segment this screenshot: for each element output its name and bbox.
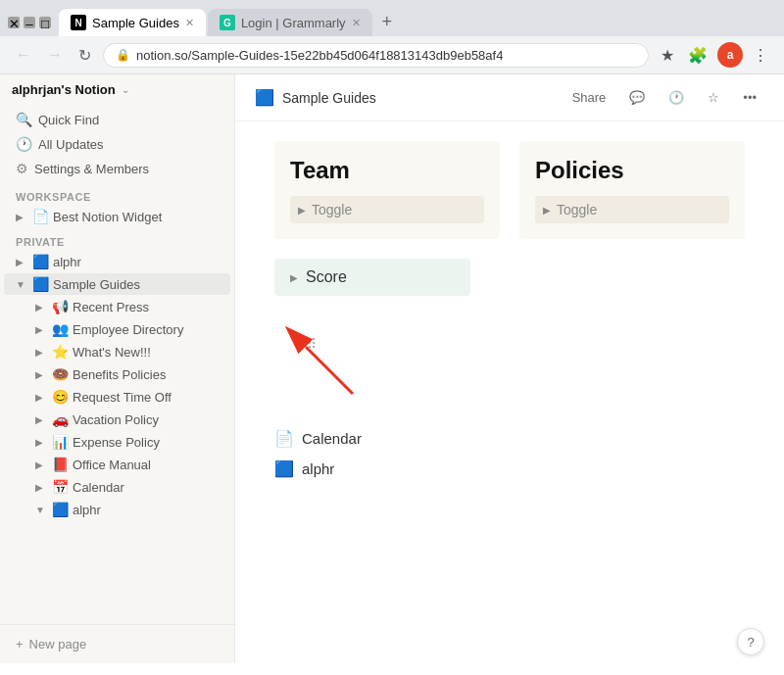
tree-item-vacation-policy[interactable]: ▶ 🚗 Vacation Policy xyxy=(4,409,230,430)
tree-item-expense-policy[interactable]: ▶ 📊 Expense Policy xyxy=(4,431,230,453)
browser-actions: ★ 🧩 a ⋮ xyxy=(657,42,772,68)
help-button[interactable]: ? xyxy=(737,628,764,655)
tree-item-calendar[interactable]: ▶ 📅 Calendar xyxy=(4,476,230,498)
tab-label-grammarly: Login | Grammarly xyxy=(241,16,346,30)
tree-item-recent-press[interactable]: ▶ 📢 Recent Press xyxy=(4,296,230,317)
linked-item-calendar[interactable]: 📄 Calendar xyxy=(274,423,745,454)
window-controls: ✕ – □ xyxy=(8,17,51,28)
sidebar-footer: + New page xyxy=(0,624,234,663)
linked-item-alphr-label: alphr xyxy=(302,460,334,477)
workspace-section-label: WORKSPACE xyxy=(0,183,234,205)
tree-item-label-recent-press: Recent Press xyxy=(73,300,222,314)
tree-item-sample-guides[interactable]: ▼ 🟦 Sample Guides xyxy=(4,273,230,295)
comments-button[interactable]: 💬 xyxy=(621,86,653,109)
linked-items: 📄 Calendar 🟦 alphr xyxy=(274,423,745,484)
browser-tabs: N Sample Guides ✕ G Login | Grammarly ✕ … xyxy=(59,8,776,36)
sidebar-item-settings[interactable]: ⚙ Settings & Members xyxy=(4,157,230,180)
bookmark-button[interactable]: ★ xyxy=(657,44,678,67)
expand-arrow-alphr: ▶ xyxy=(16,257,27,267)
score-block[interactable]: ▶ Score xyxy=(274,259,470,296)
back-button[interactable]: ← xyxy=(12,44,35,66)
team-card: Team ▶ Toggle xyxy=(274,141,500,239)
tree-item-benefits-policies[interactable]: ▶ 🍩 Benefits Policies xyxy=(4,363,230,385)
tree-item-label-sample-guides: Sample Guides xyxy=(53,277,222,292)
policies-toggle-arrow-icon: ▶ xyxy=(543,205,551,216)
sidebar-item-label-all-updates: All Updates xyxy=(38,137,219,152)
linked-item-alphr-icon: 🟦 xyxy=(274,459,294,478)
expand-arrow-vacation-policy: ▶ xyxy=(35,414,47,425)
team-toggle-arrow-icon: ▶ xyxy=(298,205,306,216)
policies-title: Policies xyxy=(535,157,729,184)
workspace-header[interactable]: alphrjan's Notion ⌄ xyxy=(0,74,234,105)
sidebar-item-label-settings: Settings & Members xyxy=(34,162,219,176)
tab-grammarly[interactable]: G Login | Grammarly ✕ xyxy=(208,9,372,36)
workspace-chevron-icon: ⌄ xyxy=(122,84,129,95)
tree-item-office-manual[interactable]: ▶ 📕 Office Manual xyxy=(4,454,230,475)
svg-line-1 xyxy=(306,347,353,394)
new-page-button[interactable]: + New page xyxy=(12,633,222,655)
columns-layout: Team ▶ Toggle Policies ▶ Toggle xyxy=(274,141,745,239)
tree-item-alphr[interactable]: ▶ 🟦 alphr xyxy=(4,251,230,272)
sidebar-item-all-updates[interactable]: 🕐 All Updates xyxy=(4,132,230,156)
page-icon-alphr-sub: 🟦 xyxy=(51,502,69,517)
linked-item-alphr[interactable]: 🟦 alphr xyxy=(274,454,745,484)
sidebar-item-quick-find[interactable]: 🔍 Quick Find xyxy=(4,108,230,131)
more-options-button[interactable]: ••• xyxy=(735,86,764,109)
page-icon-vacation-policy: 🚗 xyxy=(51,411,69,427)
expand-arrow-recent-press: ▶ xyxy=(35,302,47,313)
team-toggle[interactable]: ▶ Toggle xyxy=(290,196,484,223)
minimize-window-button[interactable]: – xyxy=(24,17,35,28)
new-tab-button[interactable]: + xyxy=(374,8,401,36)
expand-arrow-request-time-off: ▶ xyxy=(35,392,47,403)
tree-item-label-alphr: alphr xyxy=(53,255,222,269)
tree-item-best-notion[interactable]: ▶ 📄 Best Notion Widget xyxy=(4,206,230,227)
expand-arrow-whats-new: ▶ xyxy=(35,347,47,358)
close-window-button[interactable]: ✕ xyxy=(8,17,20,28)
history-button[interactable]: 🕐 xyxy=(661,86,692,109)
expand-arrow-calendar: ▶ xyxy=(35,482,47,493)
policies-toggle-text: Toggle xyxy=(557,202,597,217)
page-icon-recent-press: 📢 xyxy=(51,299,69,314)
favorite-button[interactable]: ☆ xyxy=(700,86,727,109)
team-toggle-text: Toggle xyxy=(312,202,352,217)
tree-item-employee-directory[interactable]: ▶ 👥 Employee Directory xyxy=(4,318,230,340)
tab-notion[interactable]: N Sample Guides ✕ xyxy=(59,9,206,36)
policies-toggle[interactable]: ▶ Toggle xyxy=(535,196,729,223)
tree-item-label-employee-directory: Employee Directory xyxy=(73,322,222,337)
page-header: 🟦 Sample Guides Share 💬 🕐 ☆ ••• xyxy=(235,74,784,121)
policies-card: Policies ▶ Toggle xyxy=(519,141,745,239)
extensions-button[interactable]: 🧩 xyxy=(684,44,711,67)
app-layout: alphrjan's Notion ⌄ 🔍 Quick Find 🕐 All U… xyxy=(0,74,784,663)
lock-icon: 🔒 xyxy=(116,48,130,62)
page-icon-whats-new: ⭐ xyxy=(51,344,69,360)
page-icon-calendar: 📅 xyxy=(51,479,69,495)
header-actions: Share 💬 🕐 ☆ ••• xyxy=(564,86,764,109)
tab-close-notion[interactable]: ✕ xyxy=(185,17,194,29)
tab-close-grammarly[interactable]: ✕ xyxy=(352,17,361,29)
forward-button[interactable]: → xyxy=(43,44,67,66)
team-column: Team ▶ Toggle xyxy=(274,141,500,239)
expand-arrow-sample-guides: ▼ xyxy=(16,279,27,290)
url-bar[interactable]: 🔒 notion.so/Sample-Guides-15e22bb45d064f… xyxy=(103,43,649,68)
tree-item-request-time-off[interactable]: ▶ 😊 Request Time Off xyxy=(4,386,230,408)
main-content: 🟦 Sample Guides Share 💬 🕐 ☆ ••• Team ▶ xyxy=(235,74,784,663)
title-bar: ✕ – □ N Sample Guides ✕ G Login | Gramma… xyxy=(0,0,784,36)
tree-item-label-expense-policy: Expense Policy xyxy=(73,435,222,450)
tab-favicon-grammarly: G xyxy=(220,15,235,30)
page-icon-employee-directory: 👥 xyxy=(51,321,69,337)
sidebar: alphrjan's Notion ⌄ 🔍 Quick Find 🕐 All U… xyxy=(0,74,235,663)
expand-arrow-benefits-policies: ▶ xyxy=(35,369,47,380)
new-page-label: New page xyxy=(29,637,87,651)
tree-item-alphr-sub[interactable]: ▼ 🟦 alphr xyxy=(4,499,230,520)
tree-item-label-benefits-policies: Benefits Policies xyxy=(73,367,222,382)
page-icon-alphr: 🟦 xyxy=(31,254,49,269)
reload-button[interactable]: ↻ xyxy=(74,44,95,67)
menu-button[interactable]: ⋮ xyxy=(749,44,772,67)
page-icon-benefits-policies: 🍩 xyxy=(51,366,69,382)
annotation-arrow xyxy=(274,325,392,404)
tree-item-whats-new[interactable]: ▶ ⭐ What's New!!! xyxy=(4,341,230,362)
profile-button[interactable]: a xyxy=(717,42,743,68)
tree-item-label-request-time-off: Request Time Off xyxy=(73,390,222,405)
maximize-window-button[interactable]: □ xyxy=(39,17,51,28)
share-button[interactable]: Share xyxy=(564,86,614,109)
